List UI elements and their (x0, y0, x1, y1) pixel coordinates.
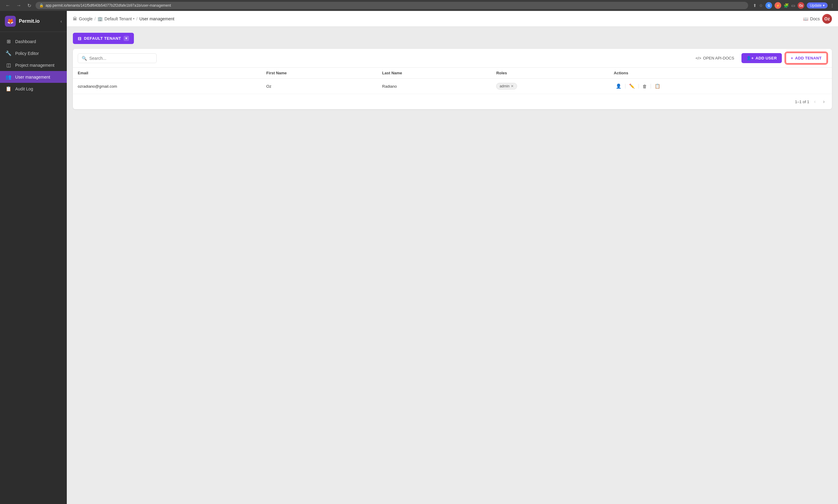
tenant-button-icon: ⊟ (78, 36, 82, 41)
action-divider-1 (625, 84, 626, 89)
tenant-caret-icon: ▾ (133, 17, 135, 20)
back-button[interactable]: ← (4, 2, 12, 9)
tenant-selector-label: Default Tenant (104, 16, 132, 21)
open-api-label: OPEN API-DOCS (703, 56, 734, 60)
sidebar-item-label: Policy Editor (15, 51, 39, 56)
add-user-label: ADD USER (755, 56, 777, 60)
breadcrumb: 🏛 Google / 🏢 Default Tenant ▾ / User man… (73, 16, 174, 21)
role-label: admin (500, 84, 509, 88)
avatar-image: Oz (822, 14, 832, 24)
sidebar-collapse-button[interactable]: ‹ (60, 19, 62, 24)
book-icon: 📖 (803, 16, 808, 21)
more-options-icon[interactable]: ⋮ (830, 3, 834, 8)
google-account-icon[interactable]: G (765, 2, 772, 9)
sidebar-item-label: User management (15, 75, 50, 79)
default-tenant-label: DEFAULT TENANT (84, 36, 121, 41)
col-email: Email (73, 68, 261, 78)
sidebar-item-audit-log[interactable]: 📋 Audit Log (0, 83, 67, 95)
action-divider-2 (639, 84, 639, 89)
project-management-icon: ◫ (5, 62, 12, 68)
cell-roles: admin ✕ (491, 78, 609, 94)
docs-button[interactable]: 📖 Docs (803, 16, 820, 21)
add-user-button[interactable]: 👤+ ADD USER (741, 53, 782, 63)
col-lastname: Last Name (378, 68, 492, 78)
extension-icon[interactable]: ⚡ (774, 2, 781, 9)
cell-actions: 👤 ✏️ 🗑 📋 (609, 78, 832, 94)
cell-firstname: Oz (261, 78, 377, 94)
audit-log-icon: 📋 (5, 86, 12, 92)
col-actions: Actions (609, 68, 832, 78)
sidebar-item-dashboard[interactable]: ⊞ Dashboard (0, 36, 67, 47)
puzzle-icon[interactable]: 🧩 (784, 3, 789, 8)
refresh-button[interactable]: ↻ (25, 2, 33, 9)
logo-emoji: 🦊 (7, 18, 14, 24)
main-content: 🏛 Google / 🏢 Default Tenant ▾ / User man… (67, 11, 838, 504)
action-divider-3 (651, 84, 651, 89)
dashboard-icon: ⊞ (5, 38, 12, 44)
sidebar-item-label: Audit Log (15, 87, 33, 91)
add-user-icon: 👤+ (746, 56, 754, 60)
breadcrumb-sep-2: / (136, 16, 138, 21)
col-roles: Roles (491, 68, 609, 78)
pagination-row: 1–1 of 1 ‹ › (73, 94, 832, 109)
delete-user-button[interactable]: 🗑 (641, 83, 649, 90)
sidebar-item-user-management[interactable]: 👥 User management (0, 71, 67, 83)
actions-cell: 👤 ✏️ 🗑 📋 (614, 82, 827, 90)
lock-icon: 🔒 (39, 3, 44, 7)
col-firstname: First Name (261, 68, 377, 78)
pagination-next-button[interactable]: › (821, 98, 827, 106)
user-avatar-browser[interactable]: Oz (798, 2, 804, 9)
topbar: 🏛 Google / 🏢 Default Tenant ▾ / User man… (67, 11, 838, 27)
cell-email: ozradiano@gmail.com (73, 78, 261, 94)
role-remove-icon[interactable]: ✕ (511, 84, 514, 88)
cell-lastname: Radiano (378, 78, 492, 94)
forward-button[interactable]: → (15, 2, 23, 9)
browser-action-icons: ⬆ ☆ G ⚡ 🧩 ▭ Oz Update ▾ ⋮ (753, 2, 834, 9)
copy-user-button[interactable]: 📋 (653, 82, 662, 90)
sidebar-item-policy-editor[interactable]: 🔧 Policy Editor (0, 47, 67, 59)
table-row: ozradiano@gmail.com Oz Radiano admin ✕ (73, 78, 832, 94)
default-tenant-button[interactable]: ⊟ DEFAULT TENANT ▾ (73, 33, 134, 44)
sidebar-item-label: Project management (15, 63, 54, 68)
search-input[interactable] (89, 56, 144, 61)
breadcrumb-tenant: 🏢 Default Tenant ▾ (98, 16, 135, 21)
user-avatar-topbar[interactable]: Oz (822, 14, 832, 24)
address-bar[interactable]: 🔒 app.permit.io/tenants/141f5df640b54077… (36, 2, 748, 9)
breadcrumb-google-link[interactable]: Google (79, 16, 93, 21)
policy-editor-icon: 🔧 (5, 50, 12, 56)
table-actions-bar: 🔍 </> OPEN API-DOCS 👤+ ADD USER + AD (73, 49, 832, 68)
browser-chrome: ← → ↻ 🔒 app.permit.io/tenants/141f5df640… (0, 0, 838, 11)
tenant-selector[interactable]: Default Tenant ▾ (104, 16, 135, 21)
sidebar-header: 🦊 Permit.io ‹ (0, 11, 67, 32)
sidebar: 🦊 Permit.io ‹ ⊞ Dashboard 🔧 Policy Edito… (0, 11, 67, 504)
share-icon[interactable]: ⬆ (753, 3, 757, 8)
breadcrumb-sep-1: / (94, 16, 95, 21)
url-text: app.permit.io/tenants/141f5df640b54077b2… (46, 3, 171, 7)
update-button[interactable]: Update ▾ (807, 2, 828, 8)
breadcrumb-current: User management (139, 16, 174, 21)
add-tenant-plus-icon: + (791, 56, 793, 60)
sidebar-item-label: Dashboard (15, 39, 36, 44)
edit-user-button[interactable]: ✏️ (627, 82, 637, 90)
view-user-button[interactable]: 👤 (614, 82, 623, 90)
table-card: 🔍 </> OPEN API-DOCS 👤+ ADD USER + AD (73, 49, 832, 109)
add-tenant-label: ADD TENANT (795, 56, 822, 60)
pagination-label: 1–1 of 1 (795, 100, 809, 104)
search-icon: 🔍 (82, 56, 87, 61)
search-box[interactable]: 🔍 (78, 53, 157, 63)
sidebar-nav: ⊞ Dashboard 🔧 Policy Editor ◫ Project ma… (0, 32, 67, 504)
open-api-docs-button[interactable]: </> OPEN API-DOCS (692, 53, 738, 63)
app-name: Permit.io (19, 18, 39, 24)
pagination-prev-button[interactable]: ‹ (811, 98, 818, 106)
sidebar-item-project-management[interactable]: ◫ Project management (0, 59, 67, 71)
star-icon[interactable]: ☆ (759, 3, 763, 8)
user-table: Email First Name Last Name Roles Actions… (73, 68, 832, 94)
page-content: ⊟ DEFAULT TENANT ▾ 🔍 </> OPEN API-DO (67, 27, 838, 504)
add-tenant-button[interactable]: + ADD TENANT (785, 53, 827, 64)
breadcrumb-google: 🏛 Google (73, 16, 93, 21)
tenant-dropdown-icon: ▾ (124, 36, 129, 41)
profile-icon[interactable]: ▭ (791, 3, 795, 8)
code-icon: </> (696, 56, 701, 60)
app-logo: 🦊 (5, 16, 16, 27)
tenant-breadcrumb-icon: 🏢 (98, 16, 103, 21)
